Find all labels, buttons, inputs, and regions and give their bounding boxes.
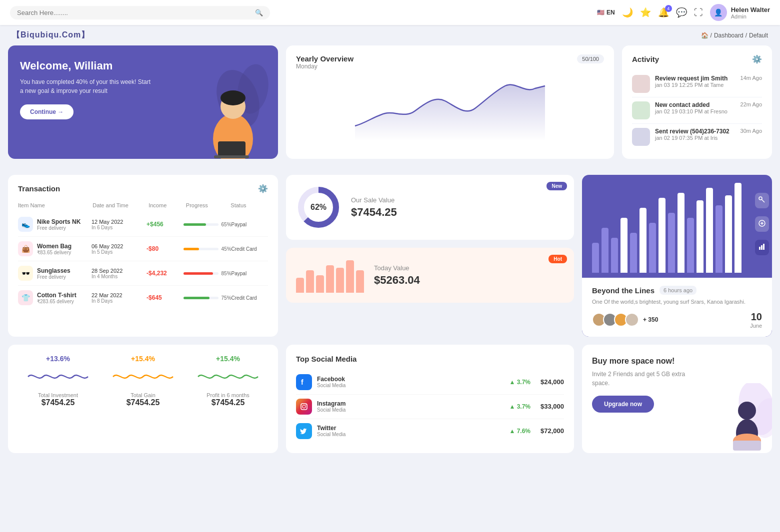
income-1: -$80 — [146, 245, 183, 252]
svg-rect-15 — [761, 245, 762, 250]
bar-main-item — [725, 195, 732, 273]
beyond-footer: + 350 10 June — [592, 311, 762, 329]
twitter-icon — [296, 423, 312, 439]
chart-icon-1[interactable] — [755, 193, 769, 208]
bar-main-item — [668, 213, 675, 273]
breadcrumb: 🏠 / Dashboard / Default — [701, 32, 768, 39]
progress-pct-3: 75% — [222, 295, 232, 301]
item-icon-1: 👜 — [18, 241, 33, 256]
beyond-date: 10 June — [750, 311, 762, 329]
progress-pct-0: 65% — [222, 222, 232, 227]
activity-settings-icon[interactable]: ⚙️ — [752, 54, 762, 64]
social-title: Top Social Media — [296, 355, 564, 363]
social-name-0: Facebook Social Media — [317, 376, 504, 388]
language-selector[interactable]: 🇺🇸 EN — [597, 9, 615, 16]
svg-point-9 — [759, 197, 762, 200]
social-item-2: Twitter Social Media ▲ 7.6% $72,000 — [296, 419, 564, 443]
svg-point-20 — [306, 404, 306, 405]
date-sub-1: In 5 Days — [92, 249, 146, 255]
breadcrumb-current: Default — [749, 32, 768, 39]
chat-icon[interactable]: 💬 — [676, 7, 687, 18]
social-pct-2: ▲ 7.6% — [509, 428, 530, 435]
search-bar[interactable]: 🔍 — [10, 6, 270, 19]
transaction-header: Transaction ⚙️ — [18, 184, 268, 193]
bar-main-item — [678, 193, 684, 273]
date-0: 12 May 2022 — [92, 219, 146, 225]
social-type-2: Social Media — [317, 432, 504, 437]
transaction-card: Transaction ⚙️ Item Name Date and Time I… — [8, 175, 278, 337]
status-2: Paypal — [232, 271, 268, 276]
user-profile[interactable]: 👤 Helen Walter Admin — [710, 4, 770, 21]
upgrade-button[interactable]: Upgrade now — [592, 396, 654, 413]
bar-4 — [336, 268, 344, 293]
svg-line-10 — [762, 200, 765, 203]
date-sub-2: In 4 Months — [92, 274, 146, 279]
bar-chart-panel — [582, 175, 772, 273]
stat-investment: +13.6% Total Investment $7454.25 — [18, 355, 98, 443]
wave-chart-1 — [103, 367, 183, 387]
activity-content-2: Sent review (504)236-7302 jan 02 19 07:3… — [655, 128, 736, 141]
activity-title-2: Sent review (504)236-7302 — [655, 128, 736, 135]
beyond-date-month: June — [750, 323, 762, 329]
home-icon[interactable]: 🏠 — [701, 32, 708, 39]
progress-pct-1: 45% — [222, 246, 232, 252]
item-info-1: 👜 Women Bag ₹83.65 delivery — [18, 241, 92, 256]
svg-rect-14 — [759, 247, 760, 250]
notification-bell-icon[interactable]: 🔔 4 — [658, 7, 669, 18]
breadcrumb-dashboard[interactable]: Dashboard — [714, 32, 744, 39]
bar-chart-main — [592, 183, 762, 273]
svg-point-4 — [220, 90, 246, 105]
bottom-row: +13.6% Total Investment $7454.25 +15.4% … — [0, 345, 780, 461]
col-income: Income — [148, 202, 186, 208]
progress-pct-2: 85% — [222, 271, 232, 276]
search-input[interactable] — [17, 9, 251, 16]
stat-value-1: $7454.25 — [103, 398, 183, 407]
nav-icons: 🇺🇸 EN 🌙 ⭐ 🔔 4 💬 ⛶ 👤 Helen Walter Admin — [597, 4, 770, 21]
activity-item: New contact added jan 02 19 03:10 PM at … — [632, 97, 762, 124]
activity-avatar-2 — [632, 128, 650, 146]
continue-button[interactable]: Continue → — [20, 104, 74, 119]
stat-pct-0: +13.6% — [18, 355, 98, 363]
activity-content-1: New contact added jan 02 19 03:10 PM at … — [655, 101, 736, 114]
beyond-avatars: + 350 — [592, 313, 658, 327]
bar-5 — [346, 260, 354, 293]
bar-main-item — [640, 208, 646, 273]
chart-icon-3[interactable] — [755, 240, 769, 255]
beyond-date-num: 10 — [750, 311, 762, 323]
top-row: Welcome, William You have completed 40% … — [0, 45, 780, 175]
user-role: Admin — [731, 13, 770, 19]
second-row: Transaction ⚙️ Item Name Date and Time I… — [0, 175, 780, 337]
sale-title: Our Sale Value — [351, 196, 564, 204]
search-icon: 🔍 — [255, 9, 263, 16]
bar-main-item — [706, 188, 713, 273]
income-0: +$456 — [146, 221, 183, 228]
transaction-title: Transaction — [18, 184, 60, 193]
bar-main-item — [687, 218, 694, 273]
stat-pct-2: +15.4% — [188, 355, 268, 363]
stat-gain: +15.4% Total Gain $7454.25 — [103, 355, 183, 443]
wave-chart-2 — [188, 367, 268, 387]
income-2: -$4,232 — [146, 270, 183, 277]
theme-toggle-icon[interactable]: 🌙 — [622, 7, 633, 18]
chart-icon-2[interactable] — [755, 216, 769, 232]
bar-main-item — [630, 233, 637, 273]
star-icon[interactable]: ⭐ — [640, 7, 651, 18]
item-icon-0: 👟 — [18, 217, 33, 232]
transaction-settings-icon[interactable]: ⚙️ — [258, 184, 268, 193]
beyond-time: 6 hours ago — [660, 286, 696, 295]
buy-space-card: Buy more space now! Invite 2 Friends and… — [582, 345, 772, 453]
date-1: 06 May 2022 — [92, 243, 146, 249]
activity-avatar-0 — [632, 75, 650, 93]
middle-panels: New 62% Our Sale Value $7454.25 Hot — [286, 175, 574, 337]
progress-2: 85% — [184, 271, 232, 276]
social-pct-1: ▲ 3.7% — [509, 403, 530, 410]
sale-amount: $7454.25 — [351, 206, 564, 219]
table-row: 👕 Cotton T-shirt ₹283.65 delivery 22 Mar… — [18, 286, 268, 310]
item-info-2: 🕶️ Sunglasses Free delivery — [18, 266, 92, 281]
svg-text:f: f — [301, 378, 304, 386]
sale-card: New 62% Our Sale Value $7454.25 — [286, 175, 574, 240]
stat-pct-1: +15.4% — [103, 355, 183, 363]
item-sub-2: Free delivery — [37, 274, 70, 280]
item-sub-0: Free delivery — [37, 225, 80, 231]
fullscreen-icon[interactable]: ⛶ — [694, 7, 703, 18]
